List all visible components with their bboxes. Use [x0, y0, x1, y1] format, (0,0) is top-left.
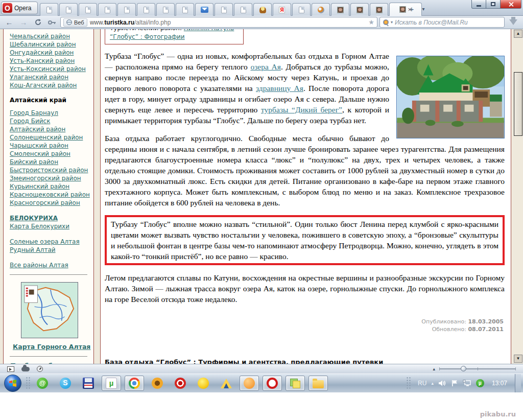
fit-width-icon[interactable]: ▴ — [433, 366, 435, 371]
zoom-slider[interactable] — [439, 366, 516, 372]
taskbar-app-button[interactable] — [217, 376, 236, 391]
browser-tab[interactable]: × — [234, 3, 252, 16]
panels-toggle-icon[interactable] — [7, 366, 14, 372]
sidebar-link-belokurikha[interactable]: БЕЛОКУРИХА — [10, 214, 91, 222]
new-tab-button[interactable]: + — [407, 4, 417, 14]
taskbar-app-button[interactable] — [308, 376, 328, 391]
browser-tab[interactable]: × — [331, 3, 349, 16]
topbox-photos-link[interactable]: “Глобус” : Фотографии — [110, 33, 185, 40]
sidebar-link[interactable]: Солонешенский район — [10, 133, 91, 142]
browser-tab[interactable]: × — [117, 3, 136, 16]
opera-menu-button[interactable]: O Opera — [1, 2, 38, 14]
scroll-down-icon[interactable]: ▼ — [514, 355, 522, 363]
taskbar-app-button[interactable] — [286, 376, 305, 391]
browser-tab[interactable]: × — [40, 3, 58, 16]
search-field[interactable]: ▾ Искать в Поиск@Mail.Ru — [379, 17, 505, 28]
download-panel-button[interactable] — [507, 17, 520, 28]
taskbar-app-button[interactable] — [102, 376, 121, 391]
browser-tab[interactable]: × — [253, 3, 272, 16]
network-icon[interactable] — [463, 380, 471, 387]
show-desktop-button[interactable] — [515, 374, 521, 393]
sidebar-link[interactable]: Чемальский район — [10, 32, 91, 40]
browser-tab[interactable]: × — [370, 3, 388, 16]
url-text[interactable]: www.turistka.ru/altai/info.php — [90, 19, 366, 26]
taskbar-app-button[interactable] — [33, 376, 52, 391]
browser-tab[interactable]: × — [176, 3, 194, 16]
sidebar-link[interactable]: Онгудайский район — [10, 49, 91, 57]
tab-favicon — [46, 7, 52, 13]
taskbar-app-button[interactable] — [56, 376, 75, 391]
reload-button[interactable] — [32, 17, 44, 28]
topbox-region-link[interactable]: Нижняя Катунь — [184, 29, 234, 32]
inline-link[interactable]: турбазы “Дикий берег” — [261, 105, 342, 114]
sidebar-link[interactable]: Краснощековский район — [10, 191, 91, 199]
browser-tab[interactable]: × — [59, 3, 78, 16]
opera-turbo-gauge-icon[interactable] — [37, 366, 43, 372]
altai-map-thumbnail[interactable] — [21, 282, 78, 338]
volume-icon[interactable] — [438, 380, 446, 387]
browser-tab[interactable]: × — [273, 3, 291, 16]
scroll-up-icon[interactable]: ▲ — [514, 30, 522, 38]
taskbar-clock[interactable]: 13:07 — [492, 380, 507, 387]
sidebar-link[interactable]: Алтайский район — [10, 125, 91, 133]
sidebar-link-karta-belokurikhi[interactable]: Карта Белокурихи — [10, 222, 91, 230]
browser-tab[interactable]: × — [137, 3, 155, 16]
sidebar-link[interactable]: Смоленский район — [10, 150, 91, 158]
opera-link-cloud-icon[interactable] — [21, 367, 30, 371]
taskbar-app-button[interactable] — [79, 376, 98, 391]
taskbar-app-button[interactable] — [194, 376, 213, 391]
sidebar-link-all-districts[interactable]: Все районы Алтая — [10, 261, 91, 269]
bookmark-star-icon[interactable]: ★ — [368, 18, 374, 26]
sidebar-link[interactable]: Соленые озера Алтая — [10, 238, 91, 246]
minimize-button[interactable] — [471, 0, 486, 9]
sidebar-link[interactable]: Бийский район — [10, 158, 91, 166]
browser-tab[interactable]: × — [156, 3, 175, 16]
forward-button[interactable]: → — [17, 17, 30, 28]
action-center-flag-icon[interactable] — [451, 380, 458, 387]
browser-tab[interactable]: × — [195, 3, 213, 16]
browser-tab[interactable]: × — [79, 3, 97, 16]
sidebar-link[interactable]: Город Барнаул — [10, 109, 91, 117]
back-button[interactable]: ← — [3, 17, 15, 28]
browser-tab[interactable]: × — [292, 3, 311, 16]
browser-tab[interactable]: × — [389, 3, 422, 16]
page-scrollbar[interactable]: ▲ ▼ — [514, 29, 522, 364]
sidebar-link-map-gorny-altai[interactable]: Карта Горного Алтая — [13, 343, 91, 351]
sidebar-link[interactable]: Улаганский район — [10, 73, 91, 81]
inline-link[interactable]: озера Ая — [250, 62, 280, 71]
taskbar-app-button[interactable] — [263, 376, 282, 391]
sidebar-link[interactable]: Чарышский район — [10, 142, 91, 150]
url-field[interactable]: Веб www.turistka.ru/altai/info.php ★ — [60, 17, 377, 28]
browser-tab[interactable]: × — [215, 3, 233, 16]
browser-tab[interactable]: × — [350, 3, 369, 16]
close-button[interactable] — [500, 0, 521, 9]
sidebar-link[interactable]: Курьинский район — [10, 182, 91, 191]
sidebar-link[interactable]: Рудный Алтай — [10, 246, 91, 254]
sidebar-link[interactable]: Красногорский район — [10, 199, 91, 207]
taskbar-app-button[interactable] — [240, 376, 259, 391]
sidebar-link[interactable]: Усть-Канский район — [10, 57, 91, 65]
sidebar-link[interactable]: Усть-Коксинский район — [10, 65, 91, 73]
scrollbar-thumb[interactable] — [514, 72, 522, 136]
taskbar-app-button[interactable] — [148, 376, 167, 391]
language-indicator[interactable]: RU — [418, 380, 426, 387]
taskbar-app-button[interactable] — [171, 376, 190, 391]
browser-tab[interactable]: × — [98, 3, 116, 16]
inline-link[interactable]: здравницу Ая — [256, 84, 303, 92]
zoom-slider-knob[interactable] — [461, 366, 466, 371]
sidebar-link[interactable]: Город Бийск — [10, 117, 91, 125]
sidebar-link[interactable]: Быстроистокский район — [10, 166, 91, 174]
taskbar-app-button[interactable] — [125, 376, 144, 391]
tab-list-chevron-icon[interactable]: ▾ — [419, 6, 428, 12]
sidebar-link[interactable]: Змеиногорский район — [10, 174, 91, 182]
sidebar-link[interactable]: Кош-Агачский район — [10, 81, 91, 89]
browser-tab[interactable]: × — [312, 3, 330, 16]
wand-password-button[interactable] — [46, 17, 58, 28]
utorrent-tray-icon[interactable] — [476, 379, 484, 387]
hidden-icons-chevron-icon[interactable]: ▴ — [431, 381, 434, 386]
search-engine-chevron-icon[interactable]: ▾ — [391, 20, 393, 25]
sidebar-link[interactable]: Шебалинский район — [10, 40, 91, 49]
start-button[interactable] — [4, 375, 21, 392]
restore-button[interactable] — [486, 0, 500, 9]
protocol-badge[interactable]: Веб — [63, 18, 87, 27]
